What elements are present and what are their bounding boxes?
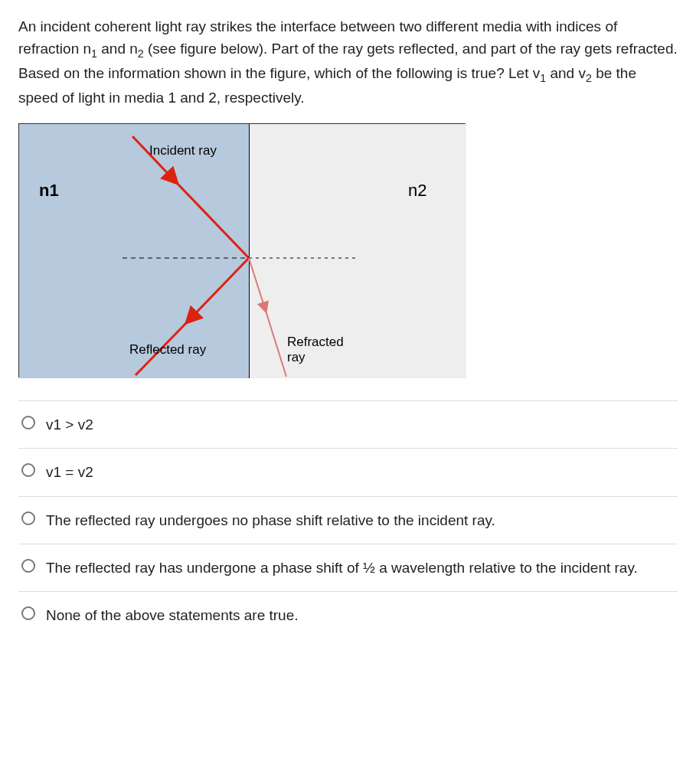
question-text: An incident coherent light ray strikes t… [18, 15, 678, 109]
option-text: None of the above statements are true. [46, 604, 675, 626]
q-part: and n [97, 41, 138, 57]
option-text: The reflected ray has undergone a phase … [46, 557, 675, 579]
n2-label: n2 [408, 181, 426, 200]
refraction-figure: n1 n2 Incident ray Reflected ray Refract… [18, 123, 466, 377]
q-sub: 1 [540, 72, 546, 84]
option-text: v1 > v2 [46, 413, 675, 436]
n1-label: n1 [39, 181, 59, 200]
refracted-ray-label-2: ray [287, 350, 306, 364]
svg-rect-1 [249, 124, 466, 378]
option-text: v1 = v2 [46, 461, 675, 483]
q-part: and v [546, 65, 586, 81]
q-sub: 2 [138, 47, 144, 60]
radio-icon [21, 559, 35, 573]
option-2[interactable]: v1 = v2 [18, 449, 678, 495]
radio-icon [21, 511, 35, 525]
incident-ray-label: Incident ray [149, 143, 217, 158]
q-sub: 2 [586, 72, 592, 84]
option-text: The reflected ray undergoes no phase shi… [46, 509, 675, 531]
option-5[interactable]: None of the above statements are true. [18, 592, 678, 639]
radio-icon [21, 416, 35, 430]
reflected-ray-label: Reflected ray [129, 342, 207, 357]
option-1[interactable]: v1 > v2 [18, 401, 678, 448]
svg-rect-0 [19, 124, 249, 378]
radio-icon [21, 463, 35, 477]
option-3[interactable]: The reflected ray undergoes no phase shi… [18, 497, 678, 544]
options-list: v1 > v2 v1 = v2 The reflected ray underg… [18, 400, 678, 639]
radio-icon [21, 606, 35, 620]
q-sub: 1 [91, 47, 97, 60]
option-4[interactable]: The reflected ray has undergone a phase … [18, 544, 678, 591]
refracted-ray-label-1: Refracted [287, 335, 344, 349]
